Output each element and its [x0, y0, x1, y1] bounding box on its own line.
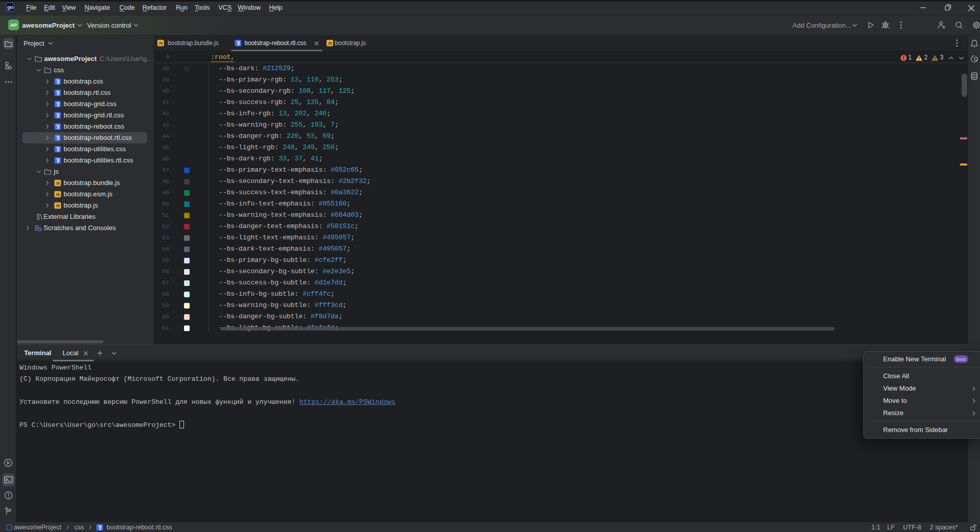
svg-text:GO: GO [7, 5, 13, 10]
svg-text:JS: JS [56, 181, 60, 185]
svg-text:JS: JS [159, 42, 164, 45]
svg-text:JS: JS [56, 193, 60, 196]
svg-text:JS: JS [328, 42, 333, 45]
svg-text:JS: JS [56, 204, 60, 208]
